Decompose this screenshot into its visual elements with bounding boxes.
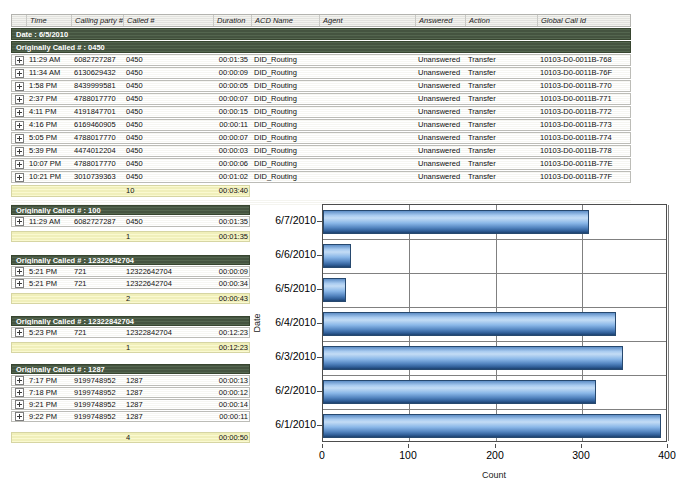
call-report-page: TimeCalling party #Called #DurationACD N…: [0, 0, 676, 485]
x-axis-tick: [408, 444, 409, 448]
chart-plot-area: [322, 204, 667, 442]
y-axis-tick-label: 6/3/2010: [256, 350, 316, 363]
y-axis-tick: [317, 323, 322, 324]
y-axis-tick-label: 6/1/2010: [256, 418, 316, 431]
x-axis-tick-label: 400: [647, 449, 676, 461]
chart-gridline: [668, 205, 669, 441]
chart-gridline: [323, 341, 666, 342]
chart-bar: [323, 210, 589, 234]
x-axis-tick: [495, 444, 496, 448]
chart-gridline: [323, 307, 666, 308]
chart-gridline: [323, 409, 666, 410]
y-axis-tick-label: 6/5/2010: [256, 282, 316, 295]
y-axis-tick-label: 6/4/2010: [256, 316, 316, 329]
x-axis-tick-label: 100: [388, 449, 428, 461]
x-axis-tick: [322, 444, 323, 448]
x-axis-tick-label: 300: [561, 449, 601, 461]
y-axis-tick: [317, 391, 322, 392]
chart-gridline: [323, 375, 666, 376]
y-axis-tick: [317, 221, 322, 222]
y-axis-tick: [317, 255, 322, 256]
chart-bar: [323, 414, 661, 438]
y-axis-tick-label: 6/2/2010: [256, 384, 316, 397]
chart-gridline: [323, 239, 666, 240]
calls-by-date-chart: Date Count 6/7/20106/6/20106/5/20106/4/2…: [0, 0, 676, 485]
x-axis-title: Count: [464, 470, 524, 480]
chart-bar: [323, 278, 346, 302]
y-axis-tick: [317, 425, 322, 426]
chart-bar: [323, 346, 623, 370]
chart-gridline: [323, 273, 666, 274]
x-axis-tick: [667, 444, 668, 448]
y-axis-tick-label: 6/7/2010: [256, 214, 316, 227]
chart-bar: [323, 380, 596, 404]
x-axis-tick-label: 0: [302, 449, 342, 461]
chart-bar: [323, 244, 351, 268]
y-axis-tick-label: 6/6/2010: [256, 248, 316, 261]
chart-bar: [323, 312, 616, 336]
y-axis-tick: [317, 289, 322, 290]
x-axis-tick-label: 200: [475, 449, 515, 461]
x-axis-tick: [581, 444, 582, 448]
y-axis-tick: [317, 357, 322, 358]
